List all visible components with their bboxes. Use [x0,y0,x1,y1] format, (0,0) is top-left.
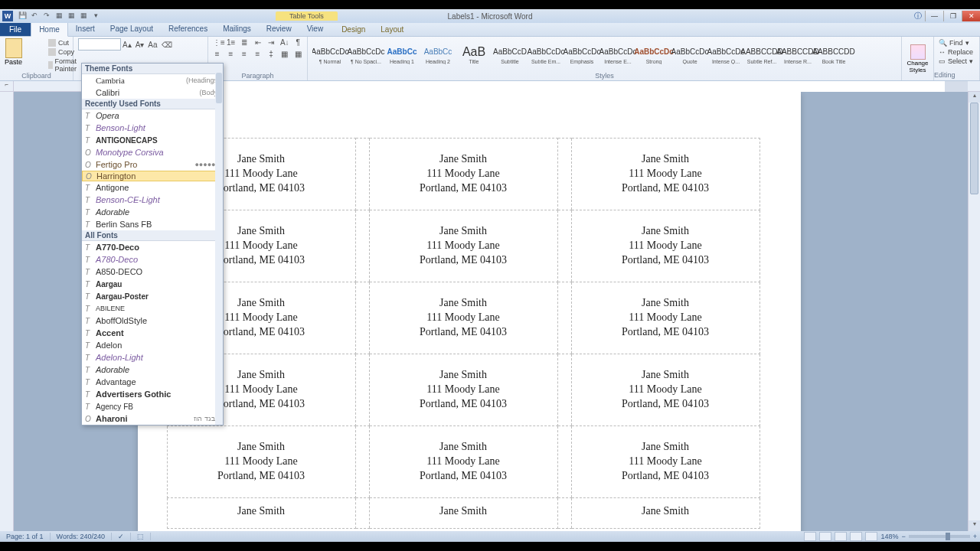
tab-references[interactable]: References [161,22,215,36]
align-left-button[interactable]: ≡ [213,50,222,59]
label-cell[interactable]: Jane Smith111 Moody LanePortland, ME 041… [369,426,557,498]
label-cell[interactable]: Jane Smith111 Moody LanePortland, ME 041… [167,426,355,498]
bullets-button[interactable]: ⋮≡ [213,38,222,47]
proofing-icon[interactable]: ✓ [112,533,131,540]
labels-table[interactable]: Jane Smith111 Moody LanePortland, ME 041… [138,138,760,529]
clear-format-button[interactable]: ⌫ [162,41,172,49]
style-item[interactable]: AaBbCcHeading 1 [384,38,420,70]
scrollbar-thumb[interactable] [970,103,978,194]
justify-button[interactable]: ≡ [253,50,263,59]
zoom-in-button[interactable]: + [973,533,977,540]
label-cell[interactable]: Jane Smith111 Moody LanePortland, ME 041… [571,354,760,426]
decrease-indent-button[interactable]: ⇤ [253,38,262,47]
help-icon[interactable]: ⓘ [914,11,922,21]
font-option[interactable]: OAharoniאבגד הוז [82,412,223,425]
find-button[interactable]: 🔍Find ▾ [939,38,975,47]
font-option[interactable]: TAdvertisers Gothic [82,388,223,400]
label-cell[interactable]: Jane Smith111 Moody LanePortland, ME 041… [369,139,557,210]
borders-button[interactable]: ▦ [293,50,302,59]
style-item[interactable]: AaBbCcHeading 2 [420,38,456,70]
vertical-scrollbar[interactable]: ▴ ▾ [968,92,980,531]
insert-mode[interactable]: ⬚ [131,533,151,540]
font-option[interactable]: TBerlin Sans FB [82,218,223,230]
style-item[interactable]: AaBTitle [456,38,492,70]
line-spacing-button[interactable]: ‡ [266,50,276,59]
quick-access-toolbar[interactable]: 💾 ↶ ↷ ▦ ▦ ▦ ▾ [18,11,100,21]
shading-button[interactable]: ▦ [280,50,289,59]
font-option[interactable]: TABILENE [82,302,223,315]
font-option[interactable]: TAboffOldStyle [82,315,223,327]
minimize-button[interactable]: — [925,11,943,21]
label-cell[interactable]: Jane Smith111 Moody LanePortland, ME 041… [369,354,557,426]
zoom-out-button[interactable]: − [901,533,905,540]
vertical-ruler[interactable] [0,92,14,531]
dropdown-scrollbar[interactable] [215,64,223,425]
font-option[interactable]: TA850-DECO [82,266,223,278]
file-tab[interactable]: File [0,23,31,36]
font-option[interactable]: TAdorable [82,206,223,218]
page[interactable]: Jane Smith111 Moody LanePortland, ME 041… [138,92,801,531]
scroll-up-icon[interactable]: ▴ [969,92,980,103]
tab-view[interactable]: View [299,22,332,36]
change-case-button[interactable]: Aa [148,41,157,49]
style-item[interactable]: AaBbCcDcIntense Q... [708,38,743,70]
grow-font-button[interactable]: A▴ [122,41,132,49]
page-indicator[interactable]: Page: 1 of 1 [0,533,51,540]
sort-button[interactable]: A↓ [280,38,289,47]
font-option[interactable]: TAargau [82,278,223,290]
label-cell[interactable]: Jane Smith111 Moody LanePortland, ME 041… [571,139,760,210]
tab-home[interactable]: Home [31,22,68,37]
font-option[interactable]: Calibri(Body) [82,86,223,99]
font-option[interactable]: Cambria(Headings) [82,74,223,86]
style-item[interactable]: AaBbCcDcEmphasis [564,38,599,70]
font-option[interactable]: TAdelon [82,339,223,351]
close-button[interactable]: ✕ [962,11,980,21]
font-option[interactable]: TANTIGONECAPS [82,134,223,146]
style-item[interactable]: AaBbCcDcIntense E... [600,38,635,70]
scroll-down-icon[interactable]: ▾ [969,520,980,531]
font-option[interactable]: TAgency FB [82,400,223,412]
tab-design[interactable]: Design [334,23,373,36]
zoom-slider[interactable] [909,535,970,538]
save-icon[interactable]: 💾 [18,11,27,21]
label-cell[interactable]: Jane Smith [167,498,355,529]
draft-view[interactable] [865,532,877,541]
font-option[interactable]: TA780-Deco [82,253,223,266]
font-dropdown[interactable]: Theme Fonts Cambria(Headings)Calibri(Bod… [81,63,224,425]
font-option[interactable]: TA770-Deco [82,241,223,253]
align-right-button[interactable]: ≡ [240,50,249,59]
paste-button[interactable]: Paste [5,38,22,73]
style-item[interactable]: AaBbCcDcSubtle Em... [528,38,564,70]
maximize-button[interactable]: ❐ [943,11,962,21]
font-option[interactable]: TAntigone [82,181,223,194]
zoom-level[interactable]: 148% [880,533,898,540]
replace-button[interactable]: ↔Replace [939,47,975,57]
style-item[interactable]: AABBCCDDBook Title [816,38,851,70]
full-screen-view[interactable] [819,532,831,541]
font-name-input[interactable] [78,38,121,51]
qat-icon[interactable]: ▦ [79,11,88,21]
web-layout-view[interactable] [835,532,847,541]
styles-gallery[interactable]: AaBbCcDc¶ NormalAaBbCcDc¶ No Spaci...AaB… [312,38,897,70]
font-option[interactable]: TBenson-Light [82,122,223,134]
label-cell[interactable]: Jane Smith [369,498,557,529]
style-item[interactable]: AaBbCcDc¶ Normal [312,38,348,70]
style-item[interactable]: AaBbCcDcStrong [636,38,671,70]
style-item[interactable]: AaBbCcDc¶ No Spaci... [348,38,384,70]
change-styles-button[interactable]: Change Styles [902,37,934,80]
qat-icon[interactable]: ▦ [54,11,64,21]
font-option[interactable]: TAdvantage [82,376,223,388]
style-item[interactable]: AaBbCcDSubtitle [492,38,528,70]
font-option[interactable]: TAccent [82,327,223,339]
tab-layout[interactable]: Layout [373,23,411,36]
label-cell[interactable]: Jane Smith [571,498,760,529]
font-option[interactable]: OMonotype Corsiva [82,146,223,158]
style-item[interactable]: AaBbCcDcQuote [672,38,707,70]
multilevel-button[interactable]: ≣ [240,38,248,47]
outline-view[interactable] [850,532,862,541]
style-item[interactable]: AABBCCDDIntense R... [780,38,815,70]
undo-icon[interactable]: ↶ [30,11,39,21]
font-option[interactable]: TBenson-CE-Light [82,194,223,206]
font-option[interactable]: TAargau-Poster [82,290,223,302]
select-button[interactable]: ▭Select ▾ [939,57,975,66]
